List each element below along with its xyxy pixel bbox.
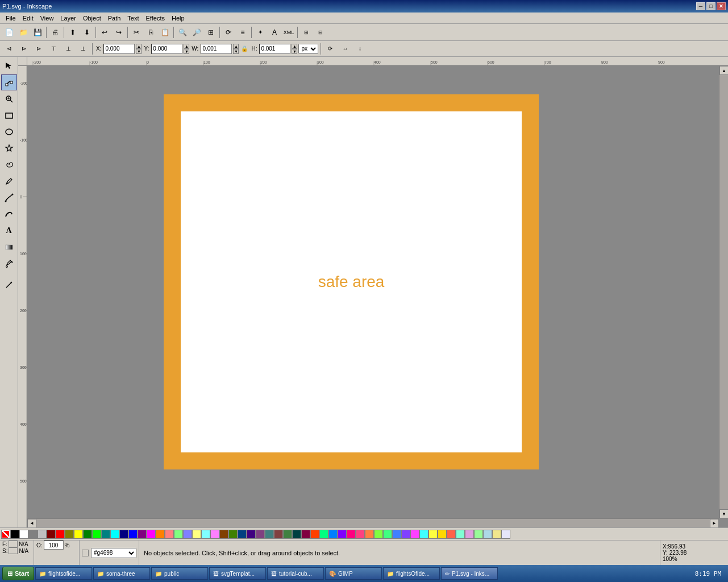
close-button[interactable]: ✕ — [717, 2, 726, 10]
open-button[interactable]: 📁 — [16, 26, 30, 39]
node-edit-button[interactable]: ✦ — [253, 26, 267, 39]
color-swatch-49[interactable] — [456, 530, 465, 539]
color-swatch-1[interactable] — [19, 530, 28, 539]
taskbar-item-3[interactable]: 🖼 svgTemplat... — [209, 567, 266, 580]
taskbar-item-6[interactable]: 📁 flightsOfIde... — [383, 567, 440, 580]
color-swatch-27[interactable] — [256, 530, 265, 539]
color-swatch-34[interactable] — [319, 530, 328, 539]
canvas-area[interactable]: safe area — [27, 66, 728, 527]
color-swatch-54[interactable] — [501, 530, 510, 539]
color-swatch-6[interactable] — [65, 530, 74, 539]
minimize-button[interactable]: ─ — [696, 2, 705, 10]
menu-text[interactable]: Text — [124, 14, 142, 23]
taskbar-item-5[interactable]: 🎨 GIMP — [325, 567, 382, 580]
menu-path[interactable]: Path — [105, 14, 124, 23]
color-swatch-46[interactable] — [429, 530, 438, 539]
taskbar-item-0[interactable]: 📁 flightsofide... — [35, 567, 92, 580]
flip-v-btn[interactable]: ↕ — [353, 42, 367, 56]
menu-effects[interactable]: Effects — [143, 14, 168, 23]
y-up-btn[interactable]: ▲ — [184, 44, 189, 49]
scroll-track-right[interactable] — [719, 75, 728, 509]
w-input[interactable] — [201, 44, 232, 54]
align-top-btn[interactable]: ⊤ — [47, 42, 60, 56]
color-swatch-10[interactable] — [101, 530, 110, 539]
zoom-out-button[interactable]: 🔎 — [190, 26, 203, 39]
star-tool[interactable] — [1, 140, 17, 156]
color-swatch-41[interactable] — [383, 530, 392, 539]
group-button[interactable]: ⊞ — [299, 26, 313, 39]
color-swatch-44[interactable] — [410, 530, 419, 539]
color-swatch-15[interactable] — [147, 530, 156, 539]
color-swatch-39[interactable] — [365, 530, 374, 539]
scrollbar-right[interactable]: ▲ ▼ — [719, 66, 728, 518]
print-button[interactable]: 🖨 — [48, 26, 62, 39]
transform-btn2[interactable]: ⟳ — [323, 42, 337, 56]
text-tool-button[interactable]: A — [268, 26, 281, 39]
h-down-btn[interactable]: ▼ — [292, 49, 297, 54]
color-swatch-53[interactable] — [492, 530, 501, 539]
node-tool[interactable] — [1, 74, 17, 90]
maximize-button[interactable]: □ — [706, 2, 715, 10]
scroll-down-btn[interactable]: ▼ — [719, 509, 728, 518]
color-swatch-18[interactable] — [174, 530, 183, 539]
start-button[interactable]: ⊞ Start — [2, 567, 34, 580]
align-button[interactable]: ≡ — [236, 26, 249, 39]
h-up-btn[interactable]: ▲ — [292, 44, 297, 49]
zoom-fit-button[interactable]: ⊞ — [204, 26, 218, 39]
xml-button[interactable]: XML — [282, 26, 296, 39]
color-swatch-36[interactable] — [338, 530, 347, 539]
color-swatch-14[interactable] — [138, 530, 147, 539]
color-swatch-40[interactable] — [374, 530, 383, 539]
pencil-tool[interactable] — [1, 173, 17, 189]
y-input[interactable] — [151, 44, 182, 54]
ungroup-button[interactable]: ⊟ — [314, 26, 327, 39]
rectangle-tool[interactable] — [1, 107, 17, 123]
save-button[interactable]: 💾 — [31, 26, 44, 39]
color-swatch-11[interactable] — [110, 530, 119, 539]
align-center-btn[interactable]: ⊳ — [17, 42, 31, 56]
cut-button[interactable]: ✂ — [130, 26, 143, 39]
x-input[interactable] — [103, 44, 135, 54]
taskbar-item-2[interactable]: 📁 public — [151, 567, 208, 580]
color-swatch-51[interactable] — [474, 530, 483, 539]
menu-object[interactable]: Object — [80, 14, 105, 23]
scroll-left-btn[interactable]: ◄ — [27, 519, 36, 528]
align-right-btn[interactable]: ⊳ — [32, 42, 45, 56]
color-swatch-48[interactable] — [447, 530, 456, 539]
connector-tool[interactable] — [1, 277, 17, 293]
taskbar-item-1[interactable]: 📁 soma-three — [93, 567, 150, 580]
color-swatch-0[interactable] — [10, 530, 19, 539]
x-up-btn[interactable]: ▲ — [136, 44, 142, 49]
dropper-tool[interactable] — [1, 256, 17, 272]
selector-tool[interactable] — [1, 58, 17, 74]
zoom-tool[interactable] — [1, 91, 17, 107]
transform-button[interactable]: ⟳ — [222, 26, 235, 39]
color-swatch-38[interactable] — [356, 530, 365, 539]
align-mid-btn[interactable]: ⊥ — [61, 42, 75, 56]
color-swatch-4[interactable] — [47, 530, 56, 539]
color-swatch-42[interactable] — [392, 530, 401, 539]
color-swatch-43[interactable] — [401, 530, 410, 539]
color-swatch-25[interactable] — [238, 530, 247, 539]
w-up-btn[interactable]: ▲ — [233, 44, 239, 49]
text-tool[interactable]: A — [1, 223, 17, 239]
taskbar-item-7[interactable]: ✏ P1.svg - Inks... — [441, 567, 498, 580]
flip-h-btn[interactable]: ↔ — [338, 42, 352, 56]
import-button[interactable]: ⬆ — [66, 26, 80, 39]
align-left-btn[interactable]: ⊲ — [2, 42, 16, 56]
color-swatch-8[interactable] — [83, 530, 92, 539]
new-button[interactable]: 📄 — [2, 26, 16, 39]
color-swatch-35[interactable] — [328, 530, 338, 539]
scroll-up-btn[interactable]: ▲ — [719, 66, 728, 75]
menu-file[interactable]: File — [2, 14, 19, 23]
color-swatch-29[interactable] — [274, 530, 283, 539]
menu-layer[interactable]: Layer — [57, 14, 80, 23]
color-swatch-32[interactable] — [301, 530, 310, 539]
color-swatch-45[interactable] — [419, 530, 429, 539]
no-color-swatch[interactable] — [1, 530, 10, 539]
color-swatch-24[interactable] — [228, 530, 238, 539]
color-swatch-50[interactable] — [465, 530, 474, 539]
color-swatch-52[interactable] — [483, 530, 492, 539]
menu-view[interactable]: View — [37, 14, 57, 23]
color-swatch-7[interactable] — [74, 530, 83, 539]
